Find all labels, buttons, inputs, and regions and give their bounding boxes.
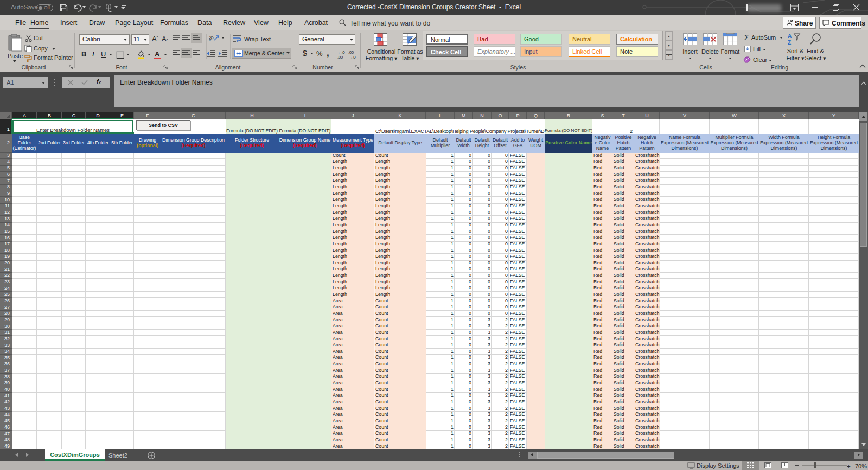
svg-text:A: A	[788, 33, 792, 39]
svg-text:Z: Z	[788, 40, 791, 46]
svg-text:ab: ab	[209, 34, 215, 42]
